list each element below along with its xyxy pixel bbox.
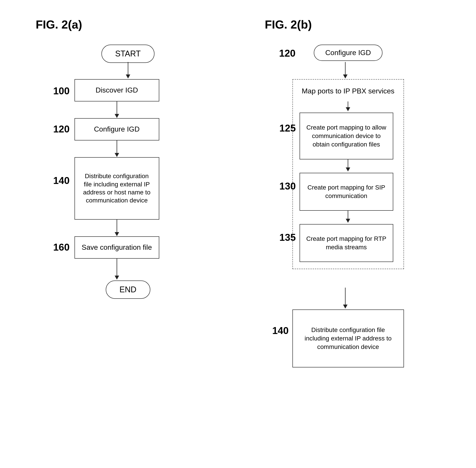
right-label-120: 120 [279,48,295,59]
svg-marker-1 [126,74,130,78]
node-125-row: 125 Create port mapping to allow communi… [299,113,397,160]
right-node-120: Configure IGD [314,44,383,61]
right-node-120-row: 120 Configure IGD [314,44,383,61]
start-node: START [101,44,155,63]
node-120-row: 120 Configure IGD [74,118,159,140]
arrow-160-end [114,259,120,281]
map-ports-header: Map ports to IP PBX services [299,86,397,96]
arrow-100-120 [114,102,120,119]
fig-right-title: FIG. 2(b) [265,18,312,31]
node-140-row: 140 Distribute configuration file includ… [74,157,159,219]
arrow-140-160 [114,219,120,237]
arrow-135-140 [342,288,348,310]
label-125: 125 [280,123,296,134]
arrow-130-135 [345,211,351,224]
node-160-row: 160 Save configuration file [74,236,159,259]
arrow-start-100 [125,62,131,80]
label-135: 135 [280,232,296,243]
svg-marker-17 [346,219,350,223]
label-100: 100 [53,85,70,97]
group-box: Map ports to IP PBX services 125 Create … [292,79,404,269]
right-node-140-row: 140 Distribute configuration file includ… [292,309,404,367]
label-160: 160 [53,242,70,253]
svg-marker-13 [346,107,350,111]
arrow-125-130 [345,160,351,173]
left-flow: START 100 Discover IGD 120 Configure IGD [66,44,191,435]
start-label: START [101,44,155,63]
fig-left-title: FIG. 2(a) [36,18,82,31]
svg-marker-11 [343,74,347,78]
node-135-row: 135 Create port mapping for RTP media st… [299,224,397,262]
node-130: Create port mapping for SIP communicatio… [299,173,393,211]
svg-marker-19 [343,305,347,308]
node-135: Create port mapping for RTP media stream… [299,224,393,262]
node-140: Distribute configuration file including … [74,157,159,219]
node-160: Save configuration file [74,236,159,259]
diagram-left: FIG. 2(a) START 100 Discover IGD [18,13,238,455]
label-140: 140 [53,175,70,186]
svg-marker-7 [115,232,119,236]
end-node: END [105,280,150,299]
svg-marker-5 [115,153,119,157]
svg-marker-9 [115,276,119,280]
arrow-120-mapports [342,62,348,80]
right-flow: 120 Configure IGD Map ports to IP PBX se… [272,44,424,455]
right-label-140: 140 [272,325,289,336]
diagram-right: FIG. 2(b) 120 Configure IGD Map ports to… [238,13,458,455]
node-120: Configure IGD [74,118,159,140]
right-node-140: Distribute configuration file including … [292,309,404,367]
node-100: Discover IGD [74,79,159,102]
label-120: 120 [53,124,70,135]
node-125: Create port mapping to allow communicati… [299,113,393,160]
arrow-mapports-125 [345,102,351,113]
page-container: FIG. 2(a) START 100 Discover IGD [0,0,476,468]
arrow-120-140 [114,140,120,158]
svg-marker-15 [346,167,350,172]
svg-marker-3 [115,114,119,118]
node-100-row: 100 Discover IGD [74,79,159,102]
end-label: END [105,280,150,299]
node-130-row: 130 Create port mapping for SIP communic… [299,173,397,211]
label-130: 130 [280,181,296,192]
